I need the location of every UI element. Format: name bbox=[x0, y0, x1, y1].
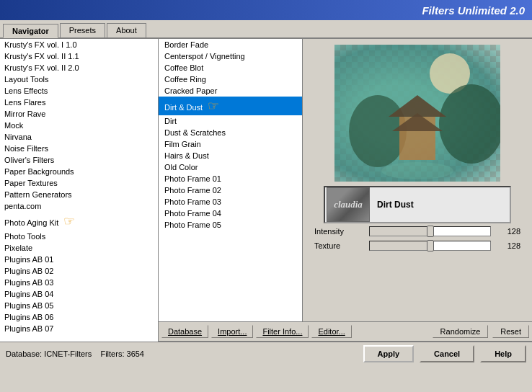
list-item[interactable]: Photo Tools bbox=[0, 231, 158, 242]
list-item[interactable]: Mirror Rave bbox=[0, 108, 158, 120]
toolbar-right-group: Randomize Reset bbox=[433, 325, 529, 338]
list-item[interactable]: Plugins AB 06 bbox=[0, 311, 158, 323]
app-title: Filters Unlimited 2.0 bbox=[422, 4, 525, 17]
list-item[interactable]: Nirvana bbox=[0, 131, 158, 143]
list-item[interactable]: Plugins AB 01 bbox=[0, 254, 158, 265]
filter-item[interactable]: Photo Frame 05 bbox=[159, 219, 302, 231]
pagoda-svg bbox=[334, 45, 500, 182]
plugin-thumb-image: claudia bbox=[327, 187, 370, 222]
filter-list-panel: Border Fade Centerspot / Vignetting Coff… bbox=[159, 39, 303, 321]
list-item[interactable]: Oliver's Filters bbox=[0, 154, 158, 166]
sliders-section: Intensity 128 Texture 128 bbox=[309, 223, 526, 258]
database-value: ICNET-Filters bbox=[44, 349, 92, 358]
filter-active-name: Dirt Dust bbox=[371, 200, 510, 210]
filter-item[interactable]: Cracked Paper bbox=[159, 85, 302, 97]
list-item[interactable]: Pattern Generators bbox=[0, 189, 158, 200]
tab-presets[interactable]: Presets bbox=[60, 23, 105, 37]
filter-item[interactable]: Photo Frame 04 bbox=[159, 208, 302, 219]
list-item[interactable]: Pixelate bbox=[0, 242, 158, 254]
main-content: Krusty's FX vol. I 1.0 Krusty's FX vol. … bbox=[0, 39, 532, 342]
category-list-panel: Krusty's FX vol. I 1.0 Krusty's FX vol. … bbox=[0, 39, 159, 342]
filter-item[interactable]: Coffee Blot bbox=[159, 62, 302, 74]
list-item-photo-aging-kit[interactable]: Photo Aging Kit ☞ bbox=[0, 212, 158, 231]
list-item[interactable]: Lens Flares bbox=[0, 97, 158, 108]
list-item[interactable]: Krusty's FX vol. I 1.0 bbox=[0, 39, 158, 50]
svg-rect-8 bbox=[334, 45, 500, 182]
filters-value: 3654 bbox=[127, 349, 144, 358]
category-list: Krusty's FX vol. I 1.0 Krusty's FX vol. … bbox=[0, 39, 158, 334]
editor-button[interactable]: Editor... bbox=[311, 325, 351, 338]
tab-navigator[interactable]: Navigator bbox=[3, 24, 58, 38]
texture-value: 128 bbox=[495, 241, 520, 250]
filter-item[interactable]: Hairs & Dust bbox=[159, 150, 302, 161]
filter-item-dirt-dust[interactable]: Dirt & Dust ☞ bbox=[159, 97, 302, 115]
cancel-button[interactable]: Cancel bbox=[420, 345, 474, 362]
texture-row: Texture 128 bbox=[314, 241, 520, 251]
database-label: Database: bbox=[6, 349, 42, 358]
reset-button[interactable]: Reset bbox=[492, 325, 529, 338]
intensity-value: 128 bbox=[495, 227, 520, 236]
tabs-bar: Navigator Presets About bbox=[0, 20, 532, 39]
intensity-label: Intensity bbox=[314, 227, 365, 236]
intensity-row: Intensity 128 bbox=[314, 226, 520, 236]
preview-image bbox=[334, 45, 500, 182]
list-item[interactable]: Plugins AB 02 bbox=[0, 265, 158, 277]
apply-button[interactable]: Apply bbox=[363, 345, 414, 362]
list-item[interactable]: Noise Filters bbox=[0, 143, 158, 154]
list-item[interactable]: Krusty's FX vol. II 2.0 bbox=[0, 62, 158, 74]
arrow-right-icon: ☞ bbox=[208, 98, 219, 114]
plugin-brand-text: claudia bbox=[334, 199, 363, 210]
texture-slider[interactable] bbox=[369, 241, 491, 251]
database-button[interactable]: Database bbox=[161, 325, 208, 338]
bottom-bar: Database: ICNET-Filters Filters: 3654 Ap… bbox=[0, 342, 532, 365]
filter-item[interactable]: Old Color bbox=[159, 161, 302, 173]
tab-about[interactable]: About bbox=[107, 23, 146, 37]
filter-item[interactable]: Dust & Scratches bbox=[159, 127, 302, 138]
texture-label: Texture bbox=[314, 241, 365, 250]
filter-item[interactable]: Centerspot / Vignetting bbox=[159, 50, 302, 62]
intensity-slider[interactable] bbox=[369, 226, 491, 236]
filters-label: Filters: bbox=[100, 349, 124, 358]
list-item[interactable]: Plugins AB 05 bbox=[0, 300, 158, 311]
list-item[interactable]: Layout Tools bbox=[0, 74, 158, 85]
list-item[interactable]: Mock bbox=[0, 120, 158, 131]
list-item[interactable]: Plugins AB 03 bbox=[0, 277, 158, 288]
filter-list: Border Fade Centerspot / Vignetting Coff… bbox=[159, 39, 302, 231]
randomize-button[interactable]: Randomize bbox=[433, 325, 489, 338]
filter-item[interactable]: Photo Frame 03 bbox=[159, 196, 302, 208]
filter-info-button[interactable]: Filter Info... bbox=[256, 325, 309, 338]
help-button[interactable]: Help bbox=[480, 345, 526, 362]
arrow-right-icon: ☞ bbox=[63, 213, 75, 229]
plugin-thumbnail: claudia Dirt Dust bbox=[324, 186, 511, 223]
status-text: Database: ICNET-Filters Filters: 3654 bbox=[6, 349, 358, 358]
list-item[interactable]: Plugins AB 07 bbox=[0, 323, 158, 334]
import-button[interactable]: Import... bbox=[211, 325, 253, 338]
title-bar: Filters Unlimited 2.0 bbox=[0, 0, 532, 20]
toolbar-strip: Database Import... Filter Info... Editor… bbox=[159, 321, 532, 342]
filter-item[interactable]: Dirt bbox=[159, 115, 302, 127]
filter-item[interactable]: Coffee Ring bbox=[159, 74, 302, 85]
middle-area: Border Fade Centerspot / Vignetting Coff… bbox=[159, 39, 532, 321]
list-item[interactable]: Lens Effects bbox=[0, 85, 158, 97]
list-item[interactable]: Paper Textures bbox=[0, 177, 158, 189]
right-panel: Border Fade Centerspot / Vignetting Coff… bbox=[159, 39, 532, 342]
filter-item[interactable]: Photo Frame 01 bbox=[159, 173, 302, 184]
preview-area: claudia Dirt Dust Intensity 128 bbox=[303, 39, 532, 321]
list-item[interactable]: penta.com bbox=[0, 200, 158, 212]
list-item[interactable]: Paper Backgrounds bbox=[0, 166, 158, 177]
filter-item[interactable]: Border Fade bbox=[159, 39, 302, 50]
list-item[interactable]: Plugins AB 04 bbox=[0, 288, 158, 300]
filter-item[interactable]: Film Grain bbox=[159, 138, 302, 150]
filter-item[interactable]: Photo Frame 02 bbox=[159, 184, 302, 196]
list-item[interactable]: Krusty's FX vol. II 1.1 bbox=[0, 50, 158, 62]
